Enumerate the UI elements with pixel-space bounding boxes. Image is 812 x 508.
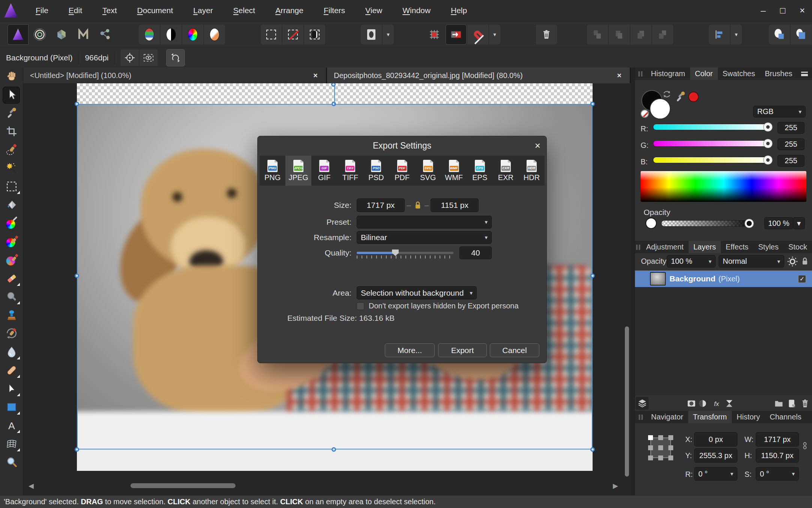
height-input[interactable]: 1151 px — [431, 198, 479, 212]
hidden-layers-checkbox[interactable] — [357, 302, 364, 310]
blend-options-gear-icon[interactable] — [787, 256, 798, 267]
panel-grip-icon[interactable] — [635, 241, 641, 253]
panel-tab[interactable]: Navigator — [646, 411, 688, 423]
auto-colour-button[interactable] — [182, 24, 203, 45]
swap-colours-icon[interactable] — [662, 89, 672, 99]
menu-item[interactable]: Window — [392, 6, 441, 15]
develop-persona-button[interactable] — [51, 24, 72, 45]
transform-h-input[interactable]: 1150.7 px — [756, 448, 799, 463]
foreground-colour-well[interactable] — [650, 98, 671, 119]
panel-tab[interactable]: Swatches — [718, 68, 760, 80]
format-tile[interactable]: EXR EXR — [493, 156, 519, 186]
quality-input[interactable]: 40 — [459, 246, 492, 259]
blend-mode-dropdown[interactable]: Normal ▾ — [719, 255, 784, 268]
blur-tool[interactable] — [0, 343, 23, 362]
panel-menu-icon[interactable] — [797, 68, 812, 80]
vertical-scrollbar[interactable] — [625, 326, 629, 476]
rectangular-marquee-tool[interactable] — [0, 178, 23, 196]
artistic-text-tool[interactable]: A — [0, 417, 23, 435]
subtract-selection-button[interactable] — [282, 24, 303, 45]
preset-dropdown[interactable]: ▾ — [357, 216, 492, 228]
document-tab[interactable]: <Untitled> [Modified] (100.0%) × — [23, 68, 326, 83]
dodge-brush-tool[interactable] — [0, 288, 23, 307]
transform-rotation-dropdown[interactable]: 0 ° ▾ — [694, 467, 737, 481]
rectangle-tool[interactable] — [0, 398, 23, 417]
new-selection-button[interactable] — [261, 24, 282, 45]
format-tile[interactable]: PSD PSD — [363, 156, 389, 186]
transform-shear-dropdown[interactable]: 0 ° ▾ — [756, 467, 799, 481]
tone-mapping-persona-button[interactable] — [73, 24, 94, 45]
quick-mask-dropdown[interactable]: ▾ — [383, 24, 394, 45]
horizontal-scrollbar[interactable] — [131, 483, 236, 488]
delete-layer-trash-icon[interactable] — [798, 397, 811, 410]
cycle-selection-box-button[interactable] — [167, 50, 185, 66]
green-slider[interactable] — [653, 140, 771, 147]
colour-spectrum[interactable] — [641, 171, 806, 202]
flood-fill-tool[interactable] — [0, 196, 23, 215]
colour-mode-dropdown[interactable]: RGB ▾ — [753, 106, 806, 117]
anchor-point-selector[interactable] — [648, 435, 673, 460]
zoom-tool[interactable] — [0, 454, 23, 472]
snapping-dropdown[interactable]: ▾ — [489, 24, 500, 45]
panel-grip-icon[interactable] — [635, 68, 646, 80]
layers-stack-icon[interactable] — [636, 397, 648, 410]
lock-layer-icon[interactable] — [800, 256, 810, 266]
red-slider-handle[interactable] — [763, 122, 773, 132]
blue-value-input[interactable]: 255 — [777, 155, 804, 167]
layer-effects-fx-icon[interactable]: fx — [710, 397, 723, 410]
format-tile[interactable]: JPEG JPEG — [285, 156, 311, 186]
opacity-stepper-dropdown[interactable]: ▾ — [793, 217, 805, 229]
close-window-button[interactable]: × — [792, 2, 812, 19]
erase-brush-tool[interactable] — [0, 270, 23, 288]
pixel-grid-button[interactable] — [424, 24, 445, 45]
alignment-button[interactable] — [709, 24, 730, 45]
selection-brush-tool[interactable] — [0, 141, 23, 159]
menu-item[interactable]: Filters — [314, 6, 355, 15]
layer-row[interactable]: Background (Pixel) ✓ — [635, 271, 812, 287]
auto-contrast-button[interactable] — [161, 24, 182, 45]
opacity-full-swatch[interactable] — [645, 218, 657, 229]
no-colour-swatch[interactable] — [641, 110, 649, 118]
quick-mask-button[interactable] — [361, 24, 382, 45]
paint-brush-tool[interactable] — [0, 233, 23, 251]
colour-picker-icon[interactable] — [675, 91, 687, 103]
undo-brush-tool[interactable] — [0, 325, 23, 343]
flood-select-tool[interactable] — [0, 159, 23, 178]
layer-visibility-checkbox[interactable]: ✓ — [798, 275, 806, 283]
panel-tab[interactable]: Color — [690, 68, 718, 80]
menu-item[interactable]: Document — [127, 6, 183, 15]
move-by-whole-pixels-button[interactable] — [446, 24, 467, 45]
panel-tab[interactable]: Effects — [721, 241, 753, 253]
blue-slider[interactable] — [653, 157, 771, 163]
red-slider[interactable] — [653, 124, 771, 130]
mask-layer-icon[interactable] — [685, 397, 698, 410]
green-slider-handle[interactable] — [763, 139, 773, 148]
alignment-dropdown[interactable]: ▾ — [731, 24, 742, 45]
menu-item[interactable]: View — [355, 6, 392, 15]
opacity-slider[interactable] — [661, 220, 750, 227]
green-value-input[interactable]: 255 — [777, 138, 804, 150]
document-tab[interactable]: Depositphotos_80293442_original.jpg [Mod… — [327, 68, 630, 83]
format-tile[interactable]: WMF WMF — [441, 156, 467, 186]
mesh-warp-tool[interactable] — [0, 435, 23, 454]
liquify-persona-button[interactable] — [29, 24, 50, 45]
adjustment-layer-icon[interactable] — [696, 397, 709, 410]
opacity-value-input[interactable]: 100 % — [764, 217, 793, 229]
scroll-left-arrow[interactable]: ◀ — [29, 482, 34, 490]
colour-replacement-brush-tool[interactable] — [0, 251, 23, 270]
panel-grip-icon[interactable] — [635, 411, 646, 423]
layer-opacity-dropdown[interactable]: 100 % ▾ — [667, 255, 716, 268]
new-layer-icon[interactable] — [785, 397, 798, 410]
show-target-button[interactable] — [121, 50, 139, 66]
menu-item[interactable]: File — [26, 6, 59, 15]
gradient-tool[interactable] — [0, 215, 23, 233]
format-tile[interactable]: SVG SVG — [415, 156, 441, 186]
tab-close-icon[interactable]: × — [615, 71, 624, 80]
view-tool[interactable] — [0, 68, 23, 86]
cancel-button[interactable]: Cancel — [490, 343, 539, 357]
layers-list-empty-area[interactable] — [635, 287, 812, 395]
group-layers-folder-icon[interactable] — [772, 397, 785, 410]
auto-white-balance-button[interactable] — [204, 24, 225, 45]
panel-tab[interactable]: Histogram — [646, 68, 690, 80]
format-tile[interactable]: EPS EPS — [467, 156, 493, 186]
